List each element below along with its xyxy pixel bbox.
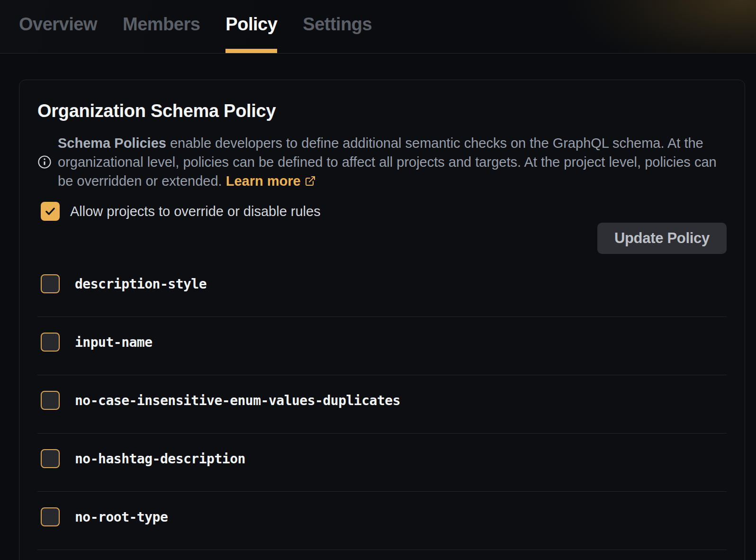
update-policy-button[interactable]: Update Policy <box>597 223 727 254</box>
tab-nav: Overview Members Policy Settings <box>0 0 756 53</box>
tab-settings[interactable]: Settings <box>303 0 372 53</box>
rule-checkbox[interactable] <box>41 333 60 352</box>
tab-bar: Overview Members Policy Settings <box>0 0 756 54</box>
tab-policy[interactable]: Policy <box>225 0 277 53</box>
rule-name: description-style <box>75 276 207 292</box>
rule-name: no-case-insensitive-enum-values-duplicat… <box>75 393 400 408</box>
check-icon <box>44 205 56 217</box>
rule-row: description-style <box>37 259 727 317</box>
tab-members[interactable]: Members <box>123 0 200 53</box>
allow-override-row[interactable]: Allow projects to override or disable ru… <box>37 202 727 221</box>
rule-row: input-name <box>37 317 727 375</box>
schema-policy-info-note: Schema Policies enable developers to def… <box>37 134 727 190</box>
rule-name: no-root-type <box>75 509 168 525</box>
learn-more-label: Learn more <box>226 173 301 189</box>
rules-list: description-style input-name no-case-ins… <box>37 259 727 550</box>
rule-checkbox[interactable] <box>41 449 60 468</box>
info-circle-icon <box>37 155 52 169</box>
rule-name: no-hashtag-description <box>75 451 245 467</box>
page-title: Organization Schema Policy <box>37 101 727 121</box>
rule-checkbox[interactable] <box>41 274 60 293</box>
rule-row: no-hashtag-description <box>37 434 727 492</box>
learn-more-link[interactable]: Learn more <box>226 173 316 189</box>
allow-override-checkbox[interactable] <box>41 202 60 221</box>
schema-policy-card: Organization Schema Policy Schema Polici… <box>19 80 745 560</box>
rule-checkbox[interactable] <box>41 391 60 410</box>
rule-row: no-root-type <box>37 492 727 550</box>
policy-page: Organization Schema Policy Schema Polici… <box>0 80 756 560</box>
info-note-text: Schema Policies enable developers to def… <box>58 134 727 190</box>
rule-row: no-case-insensitive-enum-values-duplicat… <box>37 375 727 434</box>
rule-checkbox[interactable] <box>41 507 60 526</box>
allow-override-label: Allow projects to override or disable ru… <box>70 204 321 219</box>
rule-name: input-name <box>75 334 153 350</box>
info-note-lead: Schema Policies <box>58 135 166 151</box>
external-link-icon <box>305 175 316 187</box>
button-row: Update Policy <box>37 223 727 254</box>
tab-overview[interactable]: Overview <box>19 0 97 53</box>
